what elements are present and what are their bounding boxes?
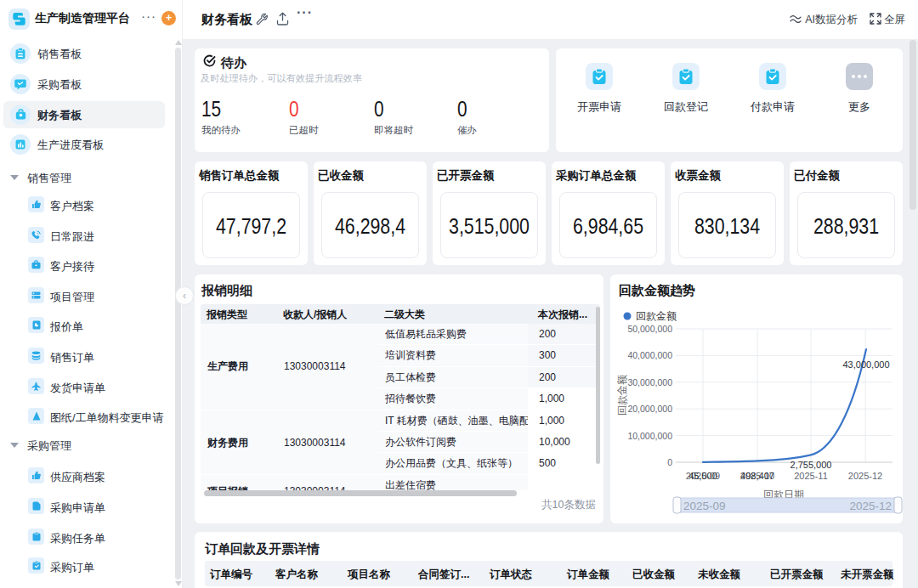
- svg-text:50,000,000: 50,000,000: [627, 324, 672, 334]
- svg-text:2025-12: 2025-12: [849, 500, 892, 512]
- svg-text:2025-12: 2025-12: [848, 471, 882, 481]
- svg-text:2,755,000: 2,755,000: [790, 460, 832, 470]
- svg-text:43,000,000: 43,000,000: [842, 359, 889, 370]
- svg-text:回款金额: 回款金额: [616, 375, 628, 416]
- svg-text:2025-09: 2025-09: [683, 500, 726, 512]
- svg-text:回款金额: 回款金额: [636, 310, 677, 322]
- svg-text:40,000,000: 40,000,000: [627, 350, 672, 360]
- svg-text:498,407: 498,407: [740, 471, 774, 481]
- svg-text:0: 0: [667, 457, 672, 467]
- svg-text:30,000,000: 30,000,000: [627, 377, 672, 387]
- svg-text:10,000,000: 10,000,000: [627, 431, 672, 441]
- svg-text:45,000: 45,000: [688, 471, 717, 481]
- svg-text:20,000,000: 20,000,000: [627, 404, 672, 414]
- svg-text:回款金额趋势: 回款金额趋势: [619, 283, 695, 297]
- svg-text:2025-11: 2025-11: [794, 471, 828, 481]
